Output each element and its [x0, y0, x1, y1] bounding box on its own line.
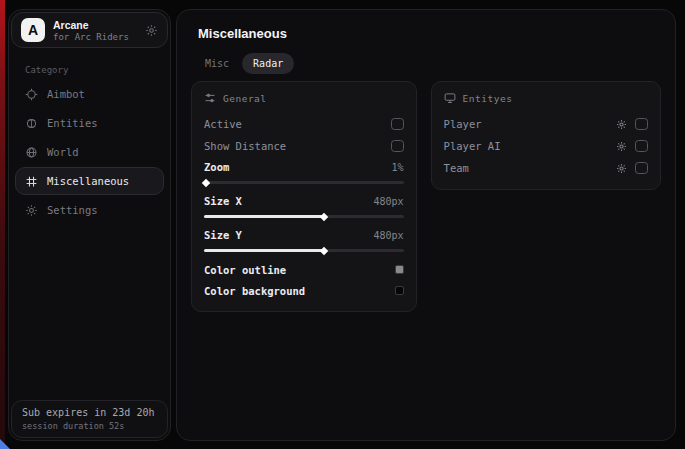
entities-icon [25, 117, 38, 130]
sidebar-item-entities[interactable]: Entities [15, 109, 164, 137]
active-checkbox[interactable] [391, 118, 404, 130]
toggle-row-show-distance: Show Distance [204, 135, 404, 157]
session-duration-text: session duration 52s [22, 421, 157, 431]
slider-value: 480px [373, 230, 403, 241]
general-panel-header: General [204, 92, 404, 104]
sub-expires-text: Sub expires in 23d 20h [22, 407, 157, 418]
color-outline-swatch[interactable] [395, 265, 404, 274]
size-y-slider[interactable] [204, 245, 404, 255]
page-title: Miscellaneous [198, 26, 287, 41]
app-header-card: A Arcane for Arc Riders [11, 12, 168, 48]
slider-track [204, 181, 404, 184]
desktop-corner-accent [0, 439, 10, 449]
gear-icon[interactable] [616, 141, 627, 152]
slider-fill [204, 249, 324, 252]
sidebar-item-miscellaneous[interactable]: Miscellaneous [15, 167, 164, 195]
monitor-icon [444, 92, 456, 104]
show-distance-checkbox[interactable] [391, 140, 404, 152]
entity-row-team: Team [444, 157, 648, 179]
globe-icon [25, 146, 38, 159]
sliders-icon [204, 92, 216, 104]
gear-icon[interactable] [616, 119, 627, 130]
entity-row-player-ai: Player AI [444, 135, 648, 157]
sidebar-nav: Aimbot Entities World [15, 80, 164, 224]
slider-label: Size Y [204, 229, 242, 241]
entity-label: Player AI [444, 140, 501, 152]
subscription-info-card: Sub expires in 23d 20h session duration … [11, 400, 168, 438]
app-title: Arcane [53, 19, 137, 31]
entity-label: Player [444, 118, 482, 130]
grid-icon [25, 175, 38, 188]
sidebar-item-label: Aimbot [47, 88, 85, 100]
sidebar-item-label: Entities [47, 117, 98, 129]
tab-radar[interactable]: Radar [242, 53, 294, 74]
slider-thumb[interactable] [320, 212, 328, 220]
sidebar-item-settings[interactable]: Settings [15, 196, 164, 224]
desktop-edge-accent [0, 0, 5, 449]
slider-label: Zoom [204, 161, 229, 173]
entities-panel-header: Entityes [444, 92, 648, 104]
category-section-label: Category [25, 65, 68, 75]
tab-misc[interactable]: Misc [194, 53, 240, 74]
entity-row-player: Player [444, 113, 648, 135]
color-row-background: Color background [204, 280, 404, 301]
sidebar-item-label: World [47, 146, 79, 158]
color-label: Color background [204, 285, 305, 297]
sidebar-item-label: Settings [47, 204, 98, 216]
zoom-slider[interactable] [204, 177, 404, 187]
sidebar-item-world[interactable]: World [15, 138, 164, 166]
size-y-slider-group: Size Y 480px [204, 225, 404, 255]
entity-label: Team [444, 162, 469, 174]
sidebar-item-aimbot[interactable]: Aimbot [15, 80, 164, 108]
color-row-outline: Color outline [204, 259, 404, 280]
panels-row: General Active Show Distance Zoom 1% [191, 81, 661, 312]
app-window: A Arcane for Arc Riders Category [0, 0, 685, 449]
sidebar-item-label: Miscellaneous [47, 175, 129, 187]
team-checkbox[interactable] [635, 162, 648, 174]
slider-fill [204, 215, 324, 218]
color-background-swatch[interactable] [395, 286, 404, 295]
main-panel: Miscellaneous Misc Radar General Active [176, 9, 676, 441]
entities-panel: Entityes Player P [431, 81, 661, 190]
gear-icon[interactable] [145, 24, 158, 37]
slider-thumb[interactable] [202, 178, 210, 186]
size-x-slider[interactable] [204, 211, 404, 221]
entities-panel-title: Entityes [463, 93, 513, 104]
slider-value: 1% [392, 162, 404, 173]
size-x-slider-group: Size X 480px [204, 191, 404, 221]
tab-bar: Misc Radar [194, 53, 294, 74]
crosshair-icon [25, 88, 38, 101]
general-panel: General Active Show Distance Zoom 1% [191, 81, 417, 312]
slider-value: 480px [373, 196, 403, 207]
app-header-text: Arcane for Arc Riders [53, 19, 137, 42]
slider-thumb[interactable] [320, 246, 328, 254]
zoom-slider-group: Zoom 1% [204, 157, 404, 187]
player-ai-checkbox[interactable] [635, 140, 648, 152]
gear-icon [25, 204, 38, 217]
sidebar: A Arcane for Arc Riders Category [8, 9, 171, 441]
app-logo: A [21, 18, 45, 42]
player-checkbox[interactable] [635, 118, 648, 130]
general-panel-title: General [223, 93, 267, 104]
app-subtitle: for Arc Riders [53, 32, 137, 42]
toggle-label: Show Distance [204, 140, 286, 152]
toggle-row-active: Active [204, 113, 404, 135]
color-label: Color outline [204, 264, 286, 276]
slider-label: Size X [204, 195, 242, 207]
gear-icon[interactable] [616, 163, 627, 174]
toggle-label: Active [204, 118, 242, 130]
